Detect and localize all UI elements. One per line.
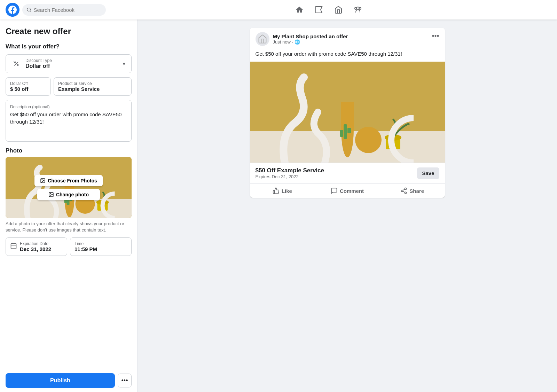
choose-from-photos-button[interactable]: Choose From Photos bbox=[34, 175, 103, 186]
preview-card: My Plant Shop posted an offer Just now ·… bbox=[250, 28, 445, 198]
svg-marker-2 bbox=[316, 7, 322, 13]
photo-section-label: Photo bbox=[6, 147, 132, 154]
svg-point-7 bbox=[15, 62, 16, 63]
flag-nav-button[interactable] bbox=[311, 3, 327, 17]
save-offer-button[interactable]: Save bbox=[417, 167, 439, 179]
search-input[interactable] bbox=[33, 7, 102, 13]
svg-rect-25 bbox=[11, 244, 16, 249]
expiration-date-label: Expiration Date bbox=[20, 241, 51, 246]
time-field[interactable]: Time 11:59 PM bbox=[70, 237, 132, 256]
shop-avatar bbox=[256, 32, 269, 46]
svg-line-43 bbox=[403, 191, 405, 192]
svg-rect-32 bbox=[341, 102, 354, 131]
svg-point-22 bbox=[42, 179, 42, 180]
like-button[interactable]: Like bbox=[250, 184, 315, 198]
share-button[interactable]: Share bbox=[380, 184, 445, 198]
publish-button[interactable]: Publish bbox=[6, 373, 115, 388]
photo-overlay: Choose From Photos Change photo bbox=[6, 157, 132, 218]
svg-rect-34 bbox=[362, 128, 368, 142]
product-value: Example Service bbox=[58, 86, 127, 92]
share-label: Share bbox=[409, 188, 424, 194]
svg-point-41 bbox=[401, 190, 403, 192]
post-time: Just now · 🌐 bbox=[273, 39, 348, 45]
more-options-button[interactable]: ••• bbox=[118, 374, 132, 387]
svg-point-5 bbox=[355, 7, 357, 9]
preview-image-svg bbox=[250, 62, 445, 163]
discount-type-sub-label: Discount Type bbox=[25, 58, 118, 63]
expiration-date-value: Dec 31, 2022 bbox=[20, 246, 51, 252]
svg-point-4 bbox=[359, 7, 361, 9]
svg-rect-39 bbox=[347, 128, 351, 133]
product-field[interactable]: Product or service Example Service bbox=[54, 77, 132, 96]
time-label: Time bbox=[74, 241, 97, 246]
globe-icon: 🌐 bbox=[295, 39, 300, 45]
card-image bbox=[250, 62, 445, 163]
change-photo-button[interactable]: Change photo bbox=[37, 189, 100, 200]
what-is-offer-label: What is your offer? bbox=[6, 43, 132, 50]
description-text: Get $50 off your order with promo code S… bbox=[10, 111, 127, 125]
photo-hint: Add a photo to your offer that clearly s… bbox=[6, 221, 132, 233]
description-box[interactable]: Description (optional) Get $50 off your … bbox=[6, 100, 132, 142]
page-title: Create new offer bbox=[6, 26, 132, 36]
comment-label: Comment bbox=[340, 188, 364, 194]
description-label: Description (optional) bbox=[10, 104, 127, 109]
like-label: Like bbox=[282, 188, 292, 194]
people-nav-button[interactable] bbox=[350, 3, 366, 17]
offer-title: $50 Off Example Service bbox=[256, 167, 324, 174]
calendar-icon bbox=[10, 242, 17, 251]
offer-expires: Expires Dec 31, 2022 bbox=[256, 174, 324, 179]
date-time-row: Expiration Date Dec 31, 2022 Time 11:59 … bbox=[6, 237, 132, 256]
expiration-date-field[interactable]: Expiration Date Dec 31, 2022 bbox=[6, 237, 67, 256]
dollar-off-field[interactable]: Dollar Off $ 50 off bbox=[6, 77, 51, 96]
svg-rect-38 bbox=[340, 130, 343, 137]
left-bottom-bar: Publish ••• bbox=[0, 369, 137, 392]
discount-type-value: Dollar off bbox=[25, 63, 118, 69]
home-nav-button[interactable] bbox=[291, 3, 308, 17]
nav-center bbox=[106, 3, 551, 17]
time-value: 11:59 PM bbox=[74, 246, 97, 252]
card-offer-bar: $50 Off Example Service Expires Dec 31, … bbox=[250, 163, 445, 183]
svg-point-0 bbox=[27, 8, 31, 11]
product-label: Product or service bbox=[58, 81, 127, 86]
svg-point-42 bbox=[405, 192, 407, 194]
svg-rect-37 bbox=[344, 124, 347, 139]
dollar-off-value: $ 50 off bbox=[10, 86, 46, 92]
comment-button[interactable]: Comment bbox=[315, 184, 380, 198]
card-more-button[interactable]: ••• bbox=[432, 32, 439, 40]
photo-container: Choose From Photos Change photo bbox=[6, 157, 132, 218]
search-bar[interactable] bbox=[22, 4, 106, 16]
dollar-off-label: Dollar Off bbox=[10, 81, 46, 86]
svg-point-8 bbox=[17, 64, 18, 66]
shop-name: My Plant Shop posted an offer bbox=[273, 33, 348, 39]
svg-line-1 bbox=[30, 11, 31, 12]
svg-point-24 bbox=[50, 193, 51, 194]
left-panel: Create new offer What is your offer? Dis… bbox=[0, 19, 138, 392]
top-navigation bbox=[0, 0, 557, 19]
discount-type-dropdown[interactable]: Discount Type Dollar off ▼ bbox=[6, 54, 132, 73]
chevron-down-icon: ▼ bbox=[121, 61, 126, 66]
discount-icon bbox=[11, 58, 22, 69]
dollar-product-row: Dollar Off $ 50 off Product or service E… bbox=[6, 77, 132, 96]
facebook-logo bbox=[6, 3, 19, 17]
svg-line-44 bbox=[403, 189, 405, 190]
store-nav-button[interactable] bbox=[330, 3, 347, 17]
card-actions: Like Comment Share bbox=[250, 183, 445, 198]
right-panel: My Plant Shop posted an offer Just now ·… bbox=[138, 19, 557, 392]
card-post-text: Get $50 off your order with promo code S… bbox=[250, 50, 445, 62]
svg-line-6 bbox=[15, 62, 18, 66]
svg-point-40 bbox=[405, 188, 407, 190]
